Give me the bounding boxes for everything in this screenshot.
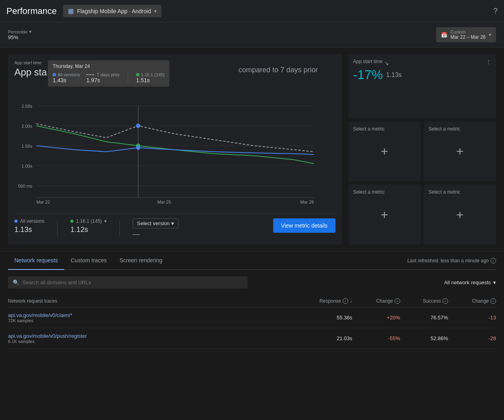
legend-separator-2	[119, 220, 120, 236]
refresh-info-icon[interactable]: i	[490, 258, 496, 263]
change2-info-icon[interactable]: i	[490, 298, 496, 304]
search-input[interactable]	[22, 279, 243, 285]
blue-crosshair-point	[136, 146, 140, 150]
row1-change: +20%	[352, 307, 400, 328]
select-version-button[interactable]: Select version ▾	[133, 218, 179, 228]
page-title: Performance	[6, 6, 57, 16]
svg-text:Mar 28: Mar 28	[300, 200, 314, 204]
percentile-selector[interactable]: Percentile ▾ 95%	[8, 29, 32, 40]
svg-text:1.00s: 1.00s	[22, 164, 32, 168]
add-metric-3-icon: +	[381, 207, 388, 222]
date-selector-text: Custom Mar 22 – Mar 28	[450, 30, 486, 40]
view-metric-details-button[interactable]: View metric details	[273, 218, 335, 233]
add-metric-2-icon: +	[456, 144, 464, 158]
trend-arrow: ↘	[384, 60, 389, 66]
select-version-dropdown-icon: ▾	[171, 220, 174, 226]
row1-url-cell: api.va.gov/mobile/v0/claim/* 72K samples	[8, 307, 304, 328]
tooltip-version: 1.16.1 (145) 1.51s	[136, 72, 165, 83]
percentile-label: Percentile ▾	[8, 29, 32, 34]
chart-tooltip: Thursday, Mar 24 All versions 1.43s 7 da…	[48, 60, 169, 87]
col-success: Success i	[400, 295, 448, 307]
version-label: 1.16.1 (145) ▾	[70, 218, 107, 224]
row2-samples: 6.1K samples	[8, 339, 304, 344]
svg-text:Mar 25: Mar 25	[157, 200, 171, 204]
metric-card-4[interactable]: Select a metric +	[424, 184, 496, 245]
header-left: Performance ▦ Flagship Mobile App · Andr…	[6, 5, 161, 17]
metric-value: 1.13s	[386, 71, 402, 79]
metric-card-2-label: Select a metric	[429, 126, 491, 132]
svg-text:500 ms: 500 ms	[18, 184, 33, 188]
header: Performance ▦ Flagship Mobile App · Andr…	[0, 0, 504, 22]
metric-card-3[interactable]: Select a metric +	[348, 184, 421, 245]
chart-container: App start time App sta... Thursday, Mar …	[8, 54, 342, 245]
svg-text:Mar 22: Mar 22	[36, 200, 50, 204]
version-dash: —	[133, 230, 179, 238]
more-options-icon[interactable]: ⋮	[486, 59, 491, 65]
table-row: api.va.gov/mobile/v0/claim/* 72K samples…	[8, 307, 496, 328]
row2-change2-value: -28	[488, 335, 496, 341]
version-value: 1.12s	[70, 226, 107, 234]
calendar-icon: 📅	[441, 32, 447, 38]
legend-select-version: Select version ▾ —	[133, 218, 179, 238]
table-header: Network request traces Response i ↓ Chan…	[8, 295, 496, 307]
app-selector[interactable]: ▦ Flagship Mobile App · Android ▾	[63, 5, 161, 17]
tooltip-7days-val: 1.97s	[86, 77, 119, 83]
row1-samples: 72K samples	[8, 318, 304, 323]
percentile-value: 95%	[8, 34, 32, 40]
main-metric-card[interactable]: App start time ↘ ⋮ -17% 1.13s	[348, 54, 496, 118]
tab-custom-traces[interactable]: Custom traces	[64, 252, 113, 270]
row1-url[interactable]: api.va.gov/mobile/v0/claim/*	[8, 312, 304, 318]
search-container: 🔍	[8, 276, 248, 289]
app-icon: ▦	[68, 7, 74, 15]
percentile-dropdown-icon: ▾	[29, 29, 32, 34]
chart-svg-container: 2.50s 2.00s 1.50s 1.00s 500 ms	[14, 102, 335, 207]
metric-percent: -17%	[353, 67, 383, 82]
legend-all-versions: All versions 1.13s	[14, 218, 44, 234]
row2-success: 52.86%	[400, 328, 448, 349]
col-change: Change i	[352, 295, 400, 307]
metric-card-3-label: Select a metric	[353, 189, 416, 195]
all-versions-value: 1.13s	[14, 226, 44, 234]
date-selector[interactable]: 📅 Custom Mar 22 – Mar 28 ▾	[436, 27, 496, 42]
row2-change: -55%	[352, 328, 400, 349]
chart-bottom: All versions 1.13s 1.16.1 (145) ▾ 1.12s …	[14, 213, 335, 238]
row1-success: 76.57%	[400, 307, 448, 328]
search-row: 🔍 All network requests ▾	[8, 270, 496, 295]
tab-network-requests[interactable]: Network requests	[8, 252, 64, 270]
date-dropdown-icon: ▾	[489, 32, 491, 38]
row2-url[interactable]: api.va.gov/mobile/v0/push/register	[8, 333, 304, 339]
version-dot	[136, 73, 139, 76]
metric-card-1[interactable]: Select a metric +	[348, 121, 421, 182]
date-range: Mar 22 – Mar 28	[450, 34, 486, 40]
tooltip-all-versions-val: 1.43s	[53, 77, 80, 83]
bottom-section: Network requests Custom traces Screen re…	[0, 252, 504, 349]
performance-chart: 2.50s 2.00s 1.50s 1.00s 500 ms	[14, 102, 318, 206]
response-info-icon[interactable]: i	[343, 298, 348, 304]
tooltip-version-label: 1.16.1 (145)	[136, 72, 165, 77]
tooltip-divider	[128, 72, 128, 83]
tooltip-all-versions: All versions 1.43s	[53, 72, 80, 83]
table-body: api.va.gov/mobile/v0/claim/* 72K samples…	[8, 307, 496, 349]
tooltip-version-val: 1.51s	[136, 77, 165, 83]
row1-change2-value: -13	[488, 315, 496, 321]
help-icon[interactable]: ?	[493, 6, 498, 16]
version-legend-dot	[70, 220, 73, 223]
response-sort-icon[interactable]: ↓	[350, 298, 352, 304]
toolbar: Percentile ▾ 95% 📅 Custom Mar 22 – Mar 2…	[0, 22, 504, 48]
add-metric-1-icon: +	[381, 144, 388, 158]
tooltip-7days-label: 7 days prior	[86, 72, 119, 77]
main-metric-header: App start time ↘ ⋮	[353, 59, 491, 67]
legend-separator-1	[57, 220, 58, 236]
tab-screen-rendering[interactable]: Screen rendering	[113, 252, 169, 270]
metric-card-2[interactable]: Select a metric +	[424, 121, 496, 182]
tabs-list: Network requests Custom traces Screen re…	[8, 252, 169, 269]
chart-section: App start time App sta... Thursday, Mar …	[0, 48, 504, 252]
version-dropdown-icon[interactable]: ▾	[104, 218, 107, 224]
row2-change2: -28	[448, 328, 496, 349]
filter-selector[interactable]: All network requests ▾	[444, 279, 496, 285]
add-metric-4-icon: +	[456, 207, 464, 222]
success-info-icon[interactable]: i	[442, 298, 448, 304]
change-info-icon[interactable]: i	[395, 298, 400, 304]
filter-dropdown-icon: ▾	[493, 279, 496, 285]
row2-response: 21.03s	[304, 328, 352, 349]
